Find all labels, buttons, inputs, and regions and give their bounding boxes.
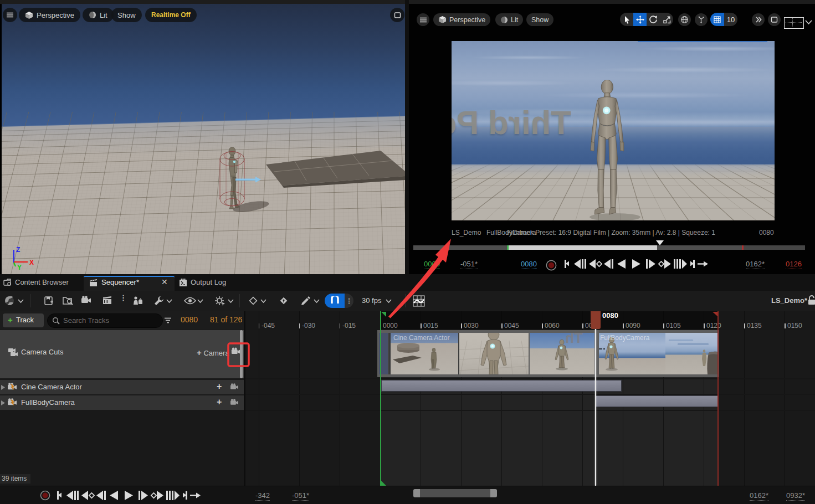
svg-text:X: X	[29, 259, 34, 266]
svg-text:Y: Y	[17, 264, 22, 271]
svg-text:Z: Z	[16, 246, 20, 254]
